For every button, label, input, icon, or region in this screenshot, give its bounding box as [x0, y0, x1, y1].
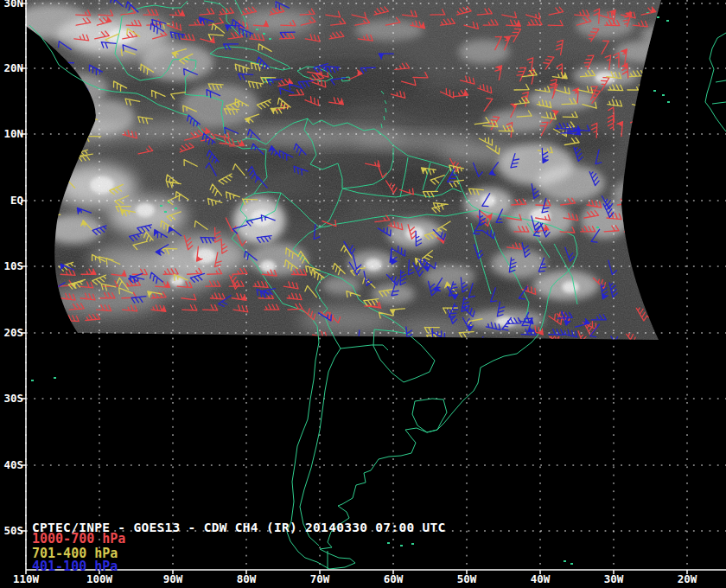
- lon-label: 40W: [531, 574, 551, 585]
- lon-label: 30W: [604, 574, 624, 585]
- lon-label: 90W: [163, 574, 183, 585]
- lat-label: 10S: [0, 261, 23, 272]
- lat-label: 40S: [0, 460, 23, 471]
- satellite-map-canvas: [0, 0, 726, 588]
- lat-label: 30N: [0, 0, 23, 9]
- lat-label: 10N: [0, 129, 23, 140]
- satellite-wind-product: 30N20N10NEQ10S20S30S40S50S 110W100W90W80…: [0, 0, 726, 588]
- lon-label: 100W: [86, 574, 112, 585]
- legend-item-high: 401-100 hPa: [32, 560, 118, 573]
- lon-label: 70W: [310, 574, 330, 585]
- lat-label: 30S: [0, 393, 23, 405]
- lon-label: 60W: [384, 574, 404, 585]
- lon-label: 110W: [13, 574, 39, 585]
- lon-label: 80W: [237, 574, 257, 585]
- lat-label: EQ: [0, 195, 23, 207]
- lat-label: 50S: [0, 526, 23, 537]
- legend-item-low: 1000-700 hPa: [32, 533, 125, 546]
- lon-label: 20W: [678, 574, 697, 585]
- lat-label: 20S: [0, 328, 23, 339]
- lat-label: 20N: [0, 63, 23, 74]
- lon-label: 50W: [457, 574, 477, 585]
